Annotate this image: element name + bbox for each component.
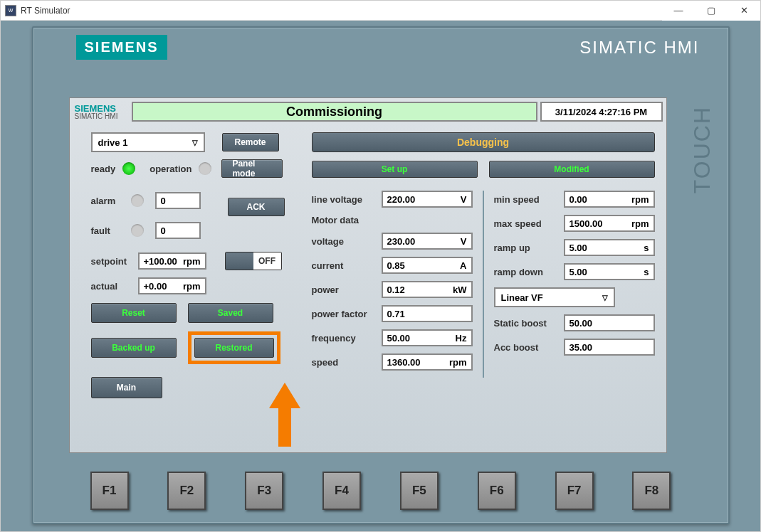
- ramp-up-field[interactable]: 5.00s: [564, 239, 655, 256]
- line-voltage-label: line voltage: [312, 194, 377, 205]
- debugging-button[interactable]: Debugging: [312, 132, 655, 152]
- power-label: power: [312, 284, 377, 295]
- ready-label: ready: [91, 164, 116, 174]
- setpoint-label: setpoint: [91, 256, 131, 267]
- siemens-logo: SIEMENS: [76, 35, 167, 60]
- current-field[interactable]: 0.85A: [382, 257, 473, 274]
- on-off-toggle[interactable]: OFF: [225, 252, 282, 270]
- touch-label: TOUCH: [689, 106, 715, 193]
- window-title: RT Simulator: [21, 6, 662, 16]
- alarm-label: alarm: [91, 196, 124, 206]
- static-boost-label: Static boost: [494, 318, 560, 329]
- acc-boost-label: Acc boost: [494, 342, 560, 353]
- max-speed-field[interactable]: 1500.00rpm: [564, 215, 655, 232]
- modified-button[interactable]: Modified: [489, 161, 655, 178]
- timestamp: 3/11/2024 4:27:16 PM: [540, 102, 663, 122]
- ramp-down-field[interactable]: 5.00s: [564, 263, 655, 280]
- remote-button[interactable]: Remote: [222, 133, 279, 151]
- ack-button[interactable]: ACK: [228, 198, 285, 216]
- drive-select-value: drive 1: [98, 137, 128, 148]
- motor-data-label: Motor data: [312, 215, 473, 225]
- f7-key[interactable]: F7: [555, 472, 594, 510]
- ready-led: [122, 162, 135, 175]
- fault-field[interactable]: 0: [155, 222, 201, 239]
- setpoint-field[interactable]: +100.00rpm: [138, 252, 206, 270]
- voltage-field[interactable]: 230.00V: [382, 233, 473, 250]
- chevron-down-icon: ▽: [192, 139, 198, 147]
- page-title: Commissioning: [132, 102, 537, 122]
- line-voltage-field[interactable]: 220.00V: [382, 191, 473, 208]
- product-small: SIMATIC HMI: [73, 112, 129, 120]
- power-field[interactable]: 0.12kW: [382, 281, 473, 298]
- static-boost-field[interactable]: 50.00: [564, 314, 655, 331]
- f6-key[interactable]: F6: [478, 472, 516, 510]
- frequency-field[interactable]: 50.00Hz: [382, 329, 473, 346]
- product-label: SIMATIC HMI: [579, 38, 699, 58]
- backed-up-button[interactable]: Backed up: [91, 338, 177, 358]
- frequency-label: frequency: [312, 333, 377, 344]
- vf-mode-select[interactable]: Linear VF ▽: [494, 287, 615, 307]
- titlebar[interactable]: W RT Simulator — ▢ ✕: [1, 1, 760, 21]
- acc-boost-field[interactable]: 35.00: [564, 339, 655, 356]
- voltage-label: voltage: [312, 236, 377, 247]
- app-icon: W: [5, 5, 16, 16]
- alarm-led: [131, 194, 144, 207]
- window: W RT Simulator — ▢ ✕ SIEMENS SIMATIC HMI…: [0, 0, 761, 532]
- actual-field: +0.00rpm: [138, 277, 206, 294]
- power-factor-field[interactable]: 0.71: [382, 305, 473, 322]
- operation-led: [199, 162, 211, 175]
- min-speed-label: min speed: [494, 194, 560, 205]
- hmi-bezel: SIEMENS SIMATIC HMI TOUCH SIEMENS SIMATI…: [32, 26, 730, 524]
- callout-arrow-icon: [269, 383, 300, 447]
- f3-key[interactable]: F3: [245, 472, 283, 510]
- fault-led: [131, 224, 144, 237]
- f8-key[interactable]: F8: [632, 472, 671, 510]
- f1-key[interactable]: F1: [90, 472, 129, 510]
- alarm-field[interactable]: 0: [155, 192, 201, 209]
- restored-button[interactable]: Restored: [194, 338, 274, 358]
- power-factor-label: power factor: [312, 309, 377, 319]
- saved-button[interactable]: Saved: [188, 303, 273, 323]
- speed-field[interactable]: 1360.00rpm: [382, 353, 473, 371]
- min-speed-field[interactable]: 0.00rpm: [564, 191, 655, 208]
- actual-label: actual: [91, 281, 131, 292]
- current-label: current: [312, 260, 377, 271]
- hmi-outer: SIEMENS SIMATIC HMI TOUCH SIEMENS SIMATI…: [1, 21, 760, 531]
- reset-button[interactable]: Reset: [91, 303, 177, 323]
- operation-label: operation: [149, 164, 191, 174]
- ramp-up-label: ramp up: [494, 243, 560, 253]
- maximize-button[interactable]: ▢: [695, 1, 728, 21]
- f4-key[interactable]: F4: [322, 472, 361, 510]
- f2-key[interactable]: F2: [167, 472, 206, 510]
- speed-label: speed: [312, 357, 377, 368]
- setup-button[interactable]: Set up: [312, 161, 478, 178]
- hmi-screen: SIEMENS SIMATIC HMI Commissioning 3/11/2…: [69, 97, 667, 453]
- fault-label: fault: [91, 225, 124, 236]
- restored-highlight: Restored: [188, 331, 280, 364]
- minimize-button[interactable]: —: [662, 1, 695, 21]
- drive-select[interactable]: drive 1 ▽: [91, 132, 205, 152]
- main-button[interactable]: Main: [91, 377, 162, 398]
- panel-mode-button[interactable]: Panel mode: [221, 159, 283, 178]
- close-button[interactable]: ✕: [728, 1, 760, 21]
- ramp-down-label: ramp down: [494, 267, 560, 277]
- max-speed-label: max speed: [494, 218, 560, 229]
- function-keys: F1 F2 F3 F4 F5 F6 F7 F8: [90, 472, 671, 510]
- chevron-down-icon: ▽: [602, 294, 608, 302]
- f5-key[interactable]: F5: [400, 472, 439, 510]
